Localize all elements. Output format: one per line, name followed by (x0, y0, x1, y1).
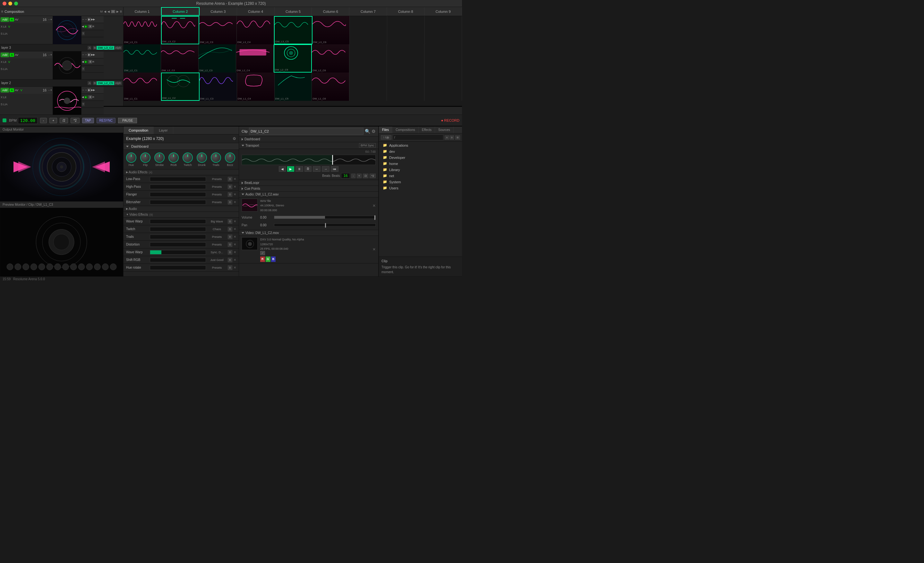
tab-layer[interactable]: Layer (154, 126, 173, 134)
beats-div2-btn[interactable]: /2 (363, 174, 369, 178)
huerotate-name[interactable]: Hue rotate (126, 266, 148, 269)
audio-effects-header[interactable]: ▶ Audio Effects (4) (123, 170, 239, 175)
lowpass-name[interactable]: Low-Pass (126, 177, 148, 181)
col4-header[interactable]: Column 4 (237, 7, 274, 16)
video-close-btn[interactable]: ✕ (372, 237, 376, 262)
minimize-button[interactable] (8, 2, 12, 6)
clip-l3c2[interactable]: DW_L3_C2 (161, 16, 200, 44)
wavewarp2-name[interactable]: Wave Warp (126, 250, 148, 254)
lowpass-preset[interactable]: Presets (207, 177, 226, 181)
clip-l3c1[interactable]: DW_L3_C1 (123, 16, 161, 44)
transport-prev-btn[interactable]: ◀ (279, 166, 286, 172)
layer2-b-toggle[interactable]: B (93, 81, 97, 85)
clip-l3c5[interactable]: DW_L3_C5 (274, 16, 312, 44)
distortion-preset[interactable]: Presets (207, 243, 226, 246)
bpm-times2-btn[interactable]: *2 (70, 118, 79, 123)
transport-timeline[interactable] (242, 155, 376, 165)
highpass-preset[interactable]: Presets (207, 185, 226, 188)
beats-plus-btn[interactable]: + (357, 174, 362, 178)
wavewarp-preset[interactable]: Big Wave (207, 220, 226, 223)
bpm-div2-btn[interactable]: /2 (60, 118, 68, 123)
trails-knob[interactable] (211, 152, 221, 163)
distortion-bar[interactable] (150, 242, 206, 247)
bitcrusher-x-btn[interactable]: ✕ (234, 200, 236, 204)
shiftrgb-x-btn[interactable]: ✕ (234, 258, 236, 261)
wavewarp2-b-btn[interactable]: B (228, 250, 232, 255)
clip-l2c6[interactable]: DW_L2_C6 (312, 44, 350, 72)
comp-settings-btn[interactable]: ⚙ (232, 137, 236, 141)
layer2-a-toggle[interactable]: A (88, 81, 92, 85)
clip-l3c4[interactable]: DW_L3_C4 (237, 16, 274, 44)
files-item-applications[interactable]: 📁 Applications (379, 142, 462, 148)
clip-l2c3[interactable]: DW_L2_C3 (199, 44, 236, 72)
clip-l1c6[interactable]: DW_L1_C6 (312, 72, 350, 101)
clip-l2c1[interactable]: DW_L2_C1 (123, 44, 161, 72)
transport-end-btn[interactable]: ⏮ (331, 166, 339, 172)
beats-times2-btn[interactable]: *2 (370, 174, 376, 178)
flanger-preset[interactable]: Presets (207, 193, 226, 196)
huerotate-b-btn[interactable]: B (228, 266, 232, 270)
highpass-name[interactable]: High-Pass (126, 185, 148, 188)
huerotate-preset[interactable]: Presets (207, 266, 226, 269)
flanger-x-btn[interactable]: ✕ (234, 192, 236, 196)
shiftrgb-preset[interactable]: Just Good (207, 258, 226, 261)
clip-l3c7[interactable] (350, 16, 387, 44)
files-item-net[interactable]: 📁 net (379, 173, 462, 179)
trails-name[interactable]: Trails (126, 235, 148, 239)
files-a-btn[interactable]: A (445, 135, 449, 140)
shiftrgb-bar[interactable] (150, 258, 206, 262)
transport-r-btn[interactable]: R (304, 166, 312, 172)
tab-composition[interactable]: Composition (123, 126, 154, 134)
clip-l1c9[interactable] (424, 72, 462, 101)
distortion-b-btn[interactable]: B (228, 242, 232, 247)
clip-l2c4[interactable]: DW_L2_C4 (236, 44, 274, 72)
clip-l1c3[interactable]: DW_L1_C3 (200, 72, 237, 101)
layer3-add-btn[interactable]: Add (1, 17, 9, 22)
col6-header[interactable]: Column 6 (312, 7, 350, 16)
flanger-bar[interactable] (150, 192, 206, 197)
beats-minus-btn[interactable]: - (351, 174, 356, 178)
close-button[interactable] (3, 2, 6, 6)
hue-knob[interactable] (126, 152, 136, 163)
clip-audio-header[interactable]: Audio: DW_L1_C2.wav (239, 192, 378, 197)
layer1-add-btn[interactable]: Add (1, 88, 9, 92)
clip-settings-btn[interactable]: ⚙ (372, 129, 376, 134)
beat-loopr-header[interactable]: BeatLoopr (239, 180, 378, 186)
files-tab-effects[interactable]: Effects (418, 126, 435, 133)
col2-header[interactable]: Column 2 (161, 7, 200, 16)
wavewarp-x-btn[interactable]: ✕ (234, 219, 236, 223)
files-grid-btn[interactable]: ⊞ (455, 135, 460, 140)
layer2-alph[interactable]: Alph (114, 81, 122, 85)
twitch-b-btn[interactable]: B (228, 227, 232, 231)
transport-pause-btn[interactable]: ⏸ (296, 166, 303, 172)
files-path-input[interactable] (393, 135, 444, 140)
clip-l1c8[interactable] (387, 72, 424, 101)
clip-video-header[interactable]: Video: DW_L1_C2.mov (239, 230, 378, 236)
flanger-b-btn[interactable]: B (228, 192, 232, 197)
pan-slider[interactable] (274, 224, 376, 227)
files-item-developer[interactable]: 📁 Developer (379, 155, 462, 161)
huerotate-x-btn[interactable]: ✕ (234, 266, 236, 269)
clip-l3c8[interactable] (387, 16, 425, 44)
bitcrusher-name[interactable]: Bitcrusher (126, 200, 148, 204)
wavewarp2-preset[interactable]: Sync. D... (207, 251, 226, 254)
transport-fwd-btn[interactable]: → (322, 166, 330, 172)
twitch-knob[interactable] (183, 152, 193, 163)
wavewarp2-x-btn[interactable]: ✕ (234, 250, 236, 254)
transport-play-btn[interactable]: ▶ (287, 166, 294, 172)
bitcrusher-bar[interactable] (150, 200, 206, 204)
video-effects-header[interactable]: ▼ Video Effects (9) (123, 212, 239, 218)
wavewarp-name[interactable]: Wave Warp (126, 219, 148, 223)
clip-l1c7[interactable] (350, 72, 387, 101)
huerotate-bar[interactable] (150, 266, 206, 270)
col1-header[interactable]: Column 1 (123, 7, 161, 16)
clip-l1c5[interactable]: DW_L1_C5 (274, 72, 312, 101)
lowpass-bar[interactable] (150, 177, 206, 182)
volume-slider[interactable] (274, 216, 376, 219)
clip-search-btn[interactable]: 🔍 (365, 129, 370, 134)
files-tab-files[interactable]: Files (379, 126, 392, 133)
clip-l2c8[interactable] (387, 44, 424, 72)
shiftrgb-b-btn[interactable]: B (228, 258, 232, 262)
files-tab-compositions[interactable]: Compositions (392, 126, 418, 133)
clip-l3c9[interactable] (425, 16, 462, 44)
